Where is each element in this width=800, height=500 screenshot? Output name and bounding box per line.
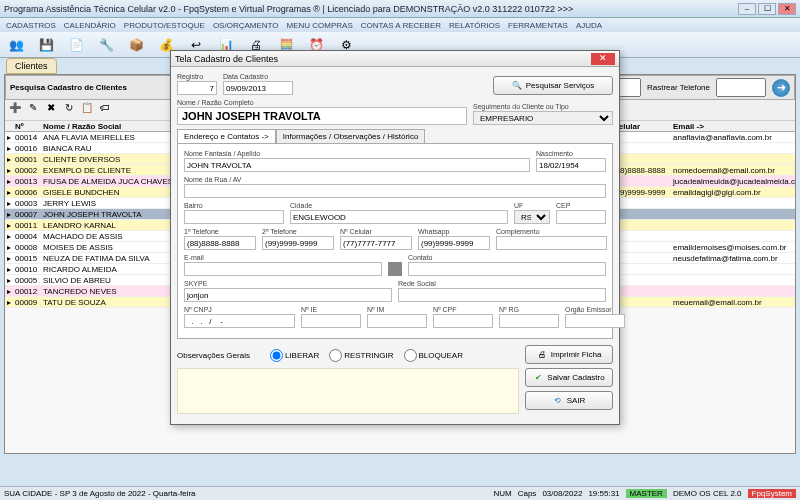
fullname-display: JOHN JOSEPH TRAVOLTA <box>177 107 467 125</box>
menu-ferramentas[interactable]: FERRAMENTAS <box>508 21 568 30</box>
toolbar-icon[interactable]: 📦 <box>124 34 148 56</box>
tab-clientes[interactable]: Clientes <box>6 58 57 74</box>
client-dialog: Tela Cadastro de Clientes ✕ Registro Dat… <box>170 50 620 425</box>
search-icon: 🔍 <box>512 81 522 90</box>
dialog-close-button[interactable]: ✕ <box>591 53 615 65</box>
menu-cadastros[interactable]: CADASTROS <box>6 21 56 30</box>
status-demo: DEMO OS CEL 2.0 <box>673 489 742 498</box>
social-input[interactable] <box>398 288 606 302</box>
ie-input[interactable] <box>301 314 361 328</box>
skype-input[interactable] <box>184 288 392 302</box>
tel2-input[interactable] <box>262 236 334 250</box>
uf-label: UF <box>514 202 550 209</box>
toolbar-icon[interactable]: 💾 <box>34 34 58 56</box>
print-button[interactable]: 🖨Imprimir Ficha <box>525 345 613 364</box>
tag-icon[interactable]: 🏷 <box>97 102 113 118</box>
dialog-tabs: Endereço e Contatos -> Informações / Obs… <box>177 129 613 144</box>
uf-select[interactable]: RS <box>514 210 550 224</box>
reg-label: Registro <box>177 73 217 80</box>
search-go-button[interactable]: ➜ <box>772 79 790 97</box>
cnpj-input[interactable] <box>184 314 295 328</box>
orgao-input[interactable] <box>565 314 625 328</box>
radio-bloquear[interactable]: BLOQUEAR <box>404 349 463 362</box>
statusbar: SUA CIDADE - SP 3 de Agosto de 2022 - Qu… <box>0 486 800 500</box>
reg-input[interactable] <box>177 81 217 95</box>
status-radios: LIBERAR RESTRINGIR BLOQUEAR <box>270 349 463 362</box>
cidade-input[interactable] <box>290 210 508 224</box>
tab-content: Nome Fantasia / Apelido Nascimento Nome … <box>177 144 613 339</box>
cpf-input[interactable] <box>433 314 493 328</box>
close-button[interactable]: ✕ <box>778 3 796 15</box>
edit-icon[interactable]: ✎ <box>25 102 41 118</box>
street-label: Nome da Rua / AV <box>184 176 606 183</box>
fullname-label: Nome / Razão Completo <box>177 99 467 106</box>
toolbar-icon[interactable]: 📄 <box>64 34 88 56</box>
obs-textarea[interactable] <box>177 368 519 414</box>
cel-label: Nº Celular <box>340 228 412 235</box>
radio-restringir[interactable]: RESTRINGIR <box>329 349 393 362</box>
tel1-label: 1º Telefone <box>184 228 256 235</box>
maximize-button[interactable]: ☐ <box>758 3 776 15</box>
print-icon: 🖨 <box>537 350 547 359</box>
minimize-button[interactable]: – <box>738 3 756 15</box>
trace-phone-input[interactable] <box>716 78 766 97</box>
tab-info[interactable]: Informações / Observações / Histórico <box>276 129 426 143</box>
cidade-label: Cidade <box>290 202 508 209</box>
delete-icon[interactable]: ✖ <box>43 102 59 118</box>
social-label: Rede Social <box>398 280 606 287</box>
search-title: Pesquisa Cadastro de Clientes <box>10 83 127 92</box>
menu-compras[interactable]: MENU COMPRAS <box>287 21 353 30</box>
email-action-icon[interactable] <box>388 262 402 276</box>
tel1-input[interactable] <box>184 236 256 250</box>
wa-label: Whatsapp <box>418 228 490 235</box>
birth-input[interactable] <box>536 158 606 172</box>
wa-input[interactable] <box>418 236 490 250</box>
trace-phone-label: Rastrear Telefone <box>647 83 710 92</box>
services-button[interactable]: 🔍Pesquisar Serviços <box>493 76 613 95</box>
cep-label: CEP <box>556 202 606 209</box>
cep-input[interactable] <box>556 210 606 224</box>
add-icon[interactable]: ➕ <box>7 102 23 118</box>
toolbar-icon[interactable]: 👥 <box>4 34 28 56</box>
status-location: SUA CIDADE - SP 3 de Agosto de 2022 - Qu… <box>4 489 196 498</box>
seg-select[interactable]: EMPRESARIO <box>473 111 613 125</box>
tab-endereco[interactable]: Endereço e Contatos -> <box>177 129 276 143</box>
menu-produto[interactable]: PRODUTO/ESTOQUE <box>124 21 205 30</box>
refresh-icon[interactable]: ↻ <box>61 102 77 118</box>
menu-relatorios[interactable]: RELATÓRIOS <box>449 21 500 30</box>
im-label: Nº IM <box>367 306 427 313</box>
comp-input[interactable] <box>496 236 607 250</box>
cel-input[interactable] <box>340 236 412 250</box>
rg-input[interactable] <box>499 314 559 328</box>
status-brand: FpqSystem <box>748 489 796 498</box>
menu-calendario[interactable]: CALENDÁRIO <box>64 21 116 30</box>
email-input[interactable] <box>184 262 382 276</box>
orgao-label: Orgão Emissor <box>565 306 625 313</box>
date-label: Data Cadastro <box>223 73 293 80</box>
street-input[interactable] <box>184 184 606 198</box>
skype-label: SKYPE <box>184 280 392 287</box>
fantasy-input[interactable] <box>184 158 530 172</box>
date-input[interactable] <box>223 81 293 95</box>
contact-input[interactable] <box>408 262 606 276</box>
copy-icon[interactable]: 📋 <box>79 102 95 118</box>
obs-label: Observações Gerais <box>177 351 250 360</box>
menu-contas[interactable]: CONTAS A RECEBER <box>361 21 441 30</box>
toolbar-icon[interactable]: 🔧 <box>94 34 118 56</box>
bairro-input[interactable] <box>184 210 284 224</box>
menu-ajuda[interactable]: AJUDA <box>576 21 602 30</box>
ie-label: Nº IE <box>301 306 361 313</box>
im-input[interactable] <box>367 314 427 328</box>
seg-label: Seguimento do Cliente ou Tipo <box>473 103 613 110</box>
comp-label: Complemento <box>496 228 607 235</box>
save-button[interactable]: ✔Salvar Cadastro <box>525 368 613 387</box>
status-time: 19:55:31 <box>588 489 619 498</box>
exit-button[interactable]: ⟲SAIR <box>525 391 613 410</box>
cnpj-label: Nº CNPJ <box>184 306 295 313</box>
fantasy-label: Nome Fantasia / Apelido <box>184 150 530 157</box>
tel2-label: 2º Telefone <box>262 228 334 235</box>
titlebar: Programa Assistência Técnica Celular v2.… <box>0 0 800 18</box>
menu-os[interactable]: OS/ORÇAMENTO <box>213 21 279 30</box>
radio-liberar[interactable]: LIBERAR <box>270 349 319 362</box>
rg-label: Nº RG <box>499 306 559 313</box>
